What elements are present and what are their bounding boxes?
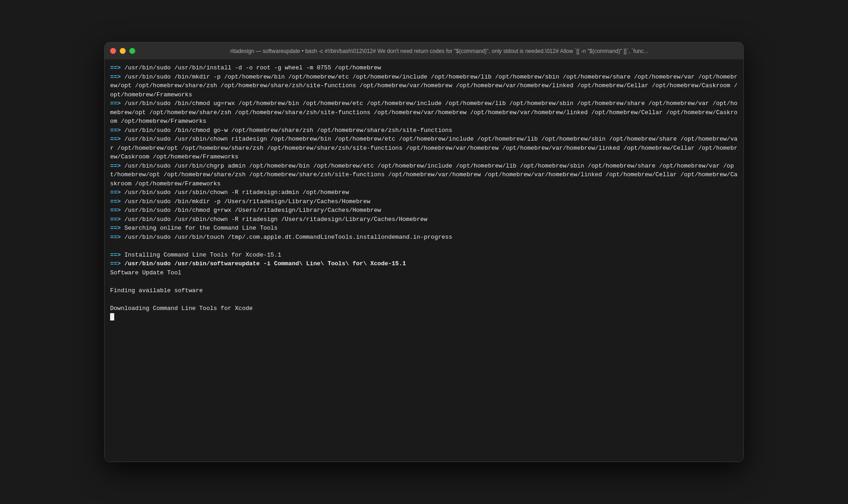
maximize-button[interactable] xyxy=(129,48,135,54)
terminal-body[interactable]: ==> /usr/bin/sudo /usr/bin/install -d -o… xyxy=(105,60,743,462)
terminal-content: ==> /usr/bin/sudo /usr/bin/install -d -o… xyxy=(110,63,738,322)
close-button[interactable] xyxy=(110,48,116,54)
minimize-button[interactable] xyxy=(120,48,126,54)
titlebar: ritadesign — softwareupdate • bash -c #!… xyxy=(105,42,743,60)
terminal-window: ritadesign — softwareupdate • bash -c #!… xyxy=(104,42,744,462)
window-title: ritadesign — softwareupdate • bash -c #!… xyxy=(141,48,738,54)
traffic-lights xyxy=(110,48,135,54)
cursor xyxy=(110,313,114,320)
